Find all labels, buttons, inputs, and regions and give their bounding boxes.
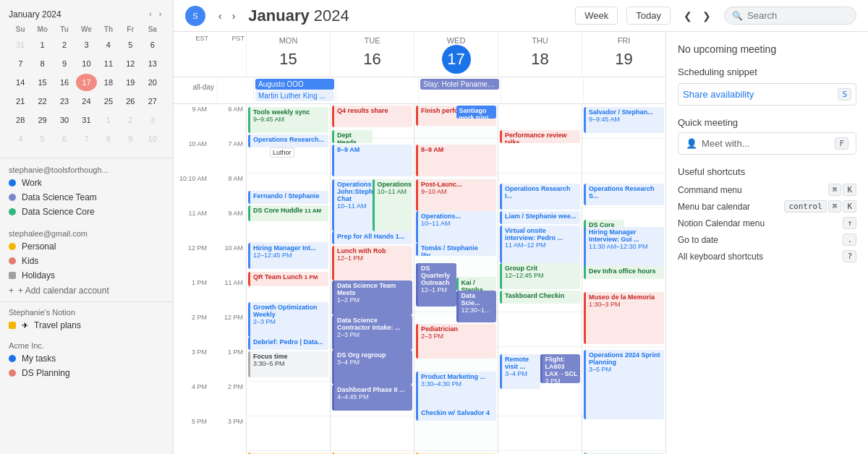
- mini-cal-day[interactable]: 11: [98, 55, 119, 72]
- col-header-wed[interactable]: WED 17: [414, 32, 498, 77]
- acme-item[interactable]: DS Planning: [0, 366, 173, 380]
- mini-cal-day[interactable]: 7: [76, 130, 96, 147]
- event-data-scie[interactable]: Data Scie... 12:30–1...: [456, 291, 497, 322]
- event-pediatrician[interactable]: Pediatrician 2–3 PM: [416, 324, 496, 359]
- event-ds-team-meets[interactable]: Data Science Team Meets 1–2 PM: [332, 280, 412, 315]
- today-btn[interactable]: Today: [626, 7, 671, 25]
- event-ds-contractor[interactable]: Data Science Contractor Intake: ... 2–3 …: [332, 315, 412, 350]
- mini-cal-day[interactable]: 10: [142, 130, 163, 147]
- event-checkin-salvador[interactable]: Checkin w/ Salvador 4: [416, 408, 496, 421]
- mini-cal-day[interactable]: 3: [142, 111, 163, 129]
- event-flight-la603[interactable]: Flight: LA603 LAX→SCL 3 PM: [540, 354, 581, 383]
- event-museo[interactable]: Museo de la Memoria 1:30–3 PM: [584, 292, 664, 344]
- mini-cal-day[interactable]: 8: [32, 55, 52, 72]
- event-hiring-manager-fri[interactable]: Hiring Manager Interview: Gui ... 11:30 …: [584, 227, 664, 272]
- allday-event-mlk[interactable]: Martin Luther King ...: [255, 90, 334, 101]
- event-dev-infra[interactable]: Dev Infra office hours: [584, 266, 664, 279]
- event-group-crit[interactable]: Group Crit 12–12:45 PM: [500, 263, 580, 289]
- mini-cal-day[interactable]: 9: [54, 55, 75, 72]
- mini-cal-day[interactable]: 20: [142, 74, 163, 91]
- event-debrief-pedro[interactable]: Debrief: Pedro | Data...: [248, 337, 328, 350]
- col-header-tue[interactable]: TUE 16: [330, 32, 414, 77]
- mini-cal-day[interactable]: 13: [142, 55, 163, 72]
- event-operations-wed[interactable]: Operations... 10–11 AM: [416, 211, 496, 243]
- mini-cal-day[interactable]: 10: [76, 55, 96, 72]
- event-ds-org-regroup[interactable]: DS Org regroup 3–4 PM: [332, 350, 412, 385]
- event-8-9am-wed[interactable]: 8–9 AM: [416, 145, 496, 176]
- mini-cal-day[interactable]: 21: [10, 93, 30, 110]
- calendar-item[interactable]: Data Science Team: [0, 190, 173, 205]
- acme-item[interactable]: My tasks: [0, 351, 173, 366]
- nav-next-btn[interactable]: ❯: [698, 7, 715, 25]
- event-lunch-rob[interactable]: Lunch with Rob 12–1 PM: [332, 246, 412, 280]
- event-dept-heads[interactable]: Dept Heads Upda...: [332, 130, 373, 143]
- event-operations-fri[interactable]: Operations Research S...: [584, 184, 664, 205]
- mini-cal-day[interactable]: 25: [98, 93, 119, 110]
- mini-cal-day[interactable]: 18: [98, 74, 119, 91]
- mini-cal-day[interactable]: 4: [98, 36, 119, 53]
- mini-cal-day[interactable]: 23: [54, 93, 75, 110]
- event-remote-visit[interactable]: Remote visit ... 3–4 PM: [500, 354, 540, 389]
- scrollable-grid[interactable]: 9 AM 10 AM 10:10 AM 11 AM 12 PM 1 PM 2 P…: [174, 104, 665, 454]
- mini-cal-day[interactable]: 7: [10, 55, 30, 72]
- event-kai[interactable]: Kai / Stepha...: [456, 278, 497, 291]
- mini-cal-day[interactable]: 8: [98, 130, 119, 147]
- event-tomas[interactable]: Tomás / Stephanie (6v...: [416, 243, 496, 256]
- mini-cal-day[interactable]: 2: [54, 36, 75, 53]
- mini-cal-day[interactable]: 19: [120, 74, 140, 91]
- mini-cal-day[interactable]: 17: [76, 74, 96, 91]
- mini-cal-day[interactable]: 4: [10, 130, 30, 147]
- mini-cal-day[interactable]: 14: [10, 74, 30, 91]
- calendar-item[interactable]: Kids: [0, 254, 173, 268]
- mini-cal-day[interactable]: 12: [120, 55, 140, 72]
- calendar-item[interactable]: Data Science Core: [0, 205, 173, 219]
- mini-cal-day[interactable]: 22: [32, 93, 52, 110]
- event-operations-research-mon[interactable]: Operations Research...: [248, 134, 328, 147]
- event-operations-tue[interactable]: Operations 10–11 AM: [373, 179, 413, 231]
- mini-cal-day[interactable]: 16: [54, 74, 75, 91]
- mini-cal-prev[interactable]: ‹: [146, 9, 154, 20]
- mini-cal-day[interactable]: 6: [54, 130, 75, 147]
- calendar-item[interactable]: Personal: [0, 239, 173, 254]
- view-week-btn[interactable]: Week: [575, 7, 618, 25]
- mini-cal-day[interactable]: 1: [32, 36, 52, 53]
- event-perf-review[interactable]: Performance review talks: [500, 130, 580, 143]
- event-ds-core-huddle[interactable]: DS Core Huddle 11 AM: [248, 205, 328, 221]
- mini-cal-day[interactable]: 15: [32, 74, 52, 91]
- event-salvador[interactable]: Salvador / Stephan... 9–9:45 AM: [584, 107, 664, 133]
- mini-cal-day[interactable]: 3: [76, 36, 96, 53]
- mini-cal-day[interactable]: 2: [120, 111, 140, 129]
- event-growth-optimization[interactable]: Growth Optimization Weekly 2–3 PM: [248, 302, 328, 337]
- notion-item[interactable]: ✈Travel plans: [0, 318, 173, 333]
- event-operations-thu[interactable]: Operations Research I...: [500, 184, 580, 210]
- mini-cal-day[interactable]: 31: [76, 111, 96, 129]
- mini-cal-day[interactable]: 26: [120, 93, 140, 110]
- search-input[interactable]: [747, 10, 848, 21]
- calendar-item[interactable]: Holidays: [0, 268, 173, 283]
- event-ds-quarterly[interactable]: DS Quarterly Outreach 12–1 PM: [416, 263, 456, 307]
- meet-with-btn[interactable]: 👤 Meet with... F: [678, 132, 856, 155]
- add-calendar-btn[interactable]: + + Add calendar account: [0, 283, 173, 299]
- col-header-thu[interactable]: THU 18: [498, 32, 582, 77]
- event-post-launch[interactable]: Post-Launc... 9–10 AM: [416, 179, 496, 211]
- col-header-fri[interactable]: FRI 19: [582, 32, 665, 77]
- event-santiago[interactable]: Santiago work trip!: [456, 106, 497, 119]
- col-header-mon[interactable]: MON 15: [246, 32, 330, 77]
- nav-prev-btn[interactable]: ❮: [679, 7, 697, 25]
- mini-cal-day[interactable]: 5: [32, 130, 52, 147]
- mini-cal-day[interactable]: 9: [120, 130, 140, 147]
- event-q4-results[interactable]: Q4 results share: [332, 106, 412, 127]
- event-liam-stephanie[interactable]: Liam / Stephanie wee...: [500, 211, 580, 224]
- next-week-btn[interactable]: ›: [228, 7, 240, 25]
- event-focus-time[interactable]: Focus time 3:30–5 PM: [248, 351, 328, 377]
- calendar-item[interactable]: Work: [0, 176, 173, 190]
- prev-week-btn[interactable]: ‹: [214, 7, 226, 25]
- mini-cal-day[interactable]: 5: [120, 36, 140, 53]
- mini-cal-day[interactable]: 28: [10, 111, 30, 129]
- allday-event-hotel[interactable]: Stay: Hotel Panamerica...: [420, 79, 499, 90]
- allday-event-augusto[interactable]: Augusto OOO: [255, 79, 334, 90]
- mini-cal-day[interactable]: 30: [54, 111, 75, 129]
- event-dashboard-phase[interactable]: Dashboard Phase II ... 4–4:45 PM: [332, 385, 412, 411]
- event-operations-sprint[interactable]: Operations 2024 Sprint Planning 3–5 PM: [584, 350, 664, 419]
- event-taskboard[interactable]: Taskboard Checkin: [500, 291, 580, 304]
